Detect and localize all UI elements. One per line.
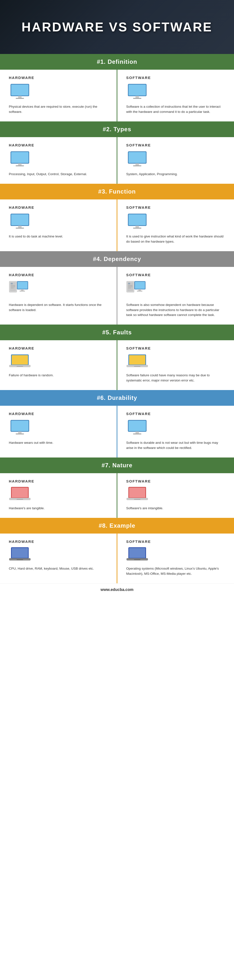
hero-title: HARDWARE VS SOFTWARE xyxy=(22,20,212,34)
section-title-types: #2. Types xyxy=(103,126,131,132)
section-content-nature: HARDWARE Hardware's are tangible.SOFTWAR… xyxy=(0,473,234,518)
svg-rect-39 xyxy=(128,288,131,288)
right-icon-function xyxy=(126,213,148,231)
section-title-nature: #7. Nature xyxy=(101,462,132,469)
svg-rect-37 xyxy=(128,285,133,286)
section-header-definition: #1. Definition xyxy=(0,54,234,70)
col-right-example: SOFTWARE Operating systems (Microsoft wi… xyxy=(117,533,234,583)
left-text-dependency: Hardware is dependent on software. It st… xyxy=(9,302,108,313)
svg-rect-33 xyxy=(20,291,25,291)
svg-rect-23 xyxy=(133,228,141,229)
col-right-faults: SOFTWARE Software failure could have man… xyxy=(117,340,234,390)
svg-rect-26 xyxy=(11,283,13,284)
section-content-dependency: HARDWARE Hardware is dependent on softwa… xyxy=(0,267,234,325)
right-label-nature: SOFTWARE xyxy=(126,479,151,483)
col-left-function: HARDWARE It is used to do task at machin… xyxy=(0,199,117,251)
svg-rect-47 xyxy=(17,366,23,367)
svg-rect-10 xyxy=(18,163,22,165)
section-title-dependency: #4. Dependency xyxy=(93,256,141,262)
footer: www.educba.com xyxy=(0,583,234,596)
right-icon-definition xyxy=(126,83,148,101)
left-label-durability: HARDWARE xyxy=(9,412,34,416)
svg-rect-57 xyxy=(129,421,146,431)
right-icon-durability xyxy=(126,419,148,437)
right-label-definition: SOFTWARE xyxy=(126,76,151,80)
section-title-durability: #6. Durability xyxy=(97,395,137,401)
right-text-durability: Software is durable and is not wear out … xyxy=(126,440,225,451)
svg-rect-55 xyxy=(16,433,24,434)
right-text-faults: Software failure could have many reasons… xyxy=(126,373,225,383)
section-title-faults: #5. Faults xyxy=(102,329,132,336)
section-header-example: #8. Example xyxy=(0,518,234,533)
left-icon-definition xyxy=(9,83,31,101)
svg-rect-36 xyxy=(128,283,130,284)
svg-rect-7 xyxy=(133,98,141,99)
svg-rect-14 xyxy=(136,163,139,165)
left-label-example: HARDWARE xyxy=(9,539,34,544)
svg-rect-65 xyxy=(129,488,145,498)
svg-rect-42 xyxy=(138,289,141,291)
col-right-definition: SOFTWARE Software is a collection of ins… xyxy=(117,70,234,121)
svg-rect-2 xyxy=(18,96,22,98)
right-icon-types xyxy=(126,151,148,168)
svg-rect-22 xyxy=(136,226,139,228)
left-label-types: HARDWARE xyxy=(9,143,34,147)
left-text-types: Processing, Input, Output, Control, Stor… xyxy=(9,172,87,177)
left-text-faults: Failure of hardware is random. xyxy=(9,373,54,378)
svg-rect-17 xyxy=(11,215,28,225)
col-right-durability: SOFTWARE Software is durable and is not … xyxy=(117,406,234,458)
section-content-function: HARDWARE It is used to do task at machin… xyxy=(0,199,234,251)
svg-rect-49 xyxy=(129,355,145,364)
section-header-durability: #6. Durability xyxy=(0,390,234,406)
svg-rect-58 xyxy=(136,431,139,433)
section-content-definition: HARDWARE Physical devices that are requi… xyxy=(0,70,234,121)
svg-rect-13 xyxy=(129,152,146,163)
svg-rect-41 xyxy=(135,282,145,289)
svg-rect-51 xyxy=(134,366,141,367)
col-left-durability: HARDWARE Hardware wears out with time. xyxy=(0,406,117,458)
right-label-dependency: SOFTWARE xyxy=(126,273,151,277)
section-title-function: #3. Function xyxy=(98,188,136,195)
hero-section: HARDWARE VS SOFTWARE xyxy=(0,0,234,54)
svg-rect-9 xyxy=(11,152,28,163)
right-text-example: Operating systems (Microsoft windows, Li… xyxy=(126,566,225,576)
left-text-function: It is used to do task at machine level. xyxy=(9,234,63,239)
svg-rect-11 xyxy=(16,165,24,166)
svg-rect-71 xyxy=(17,559,23,560)
svg-rect-63 xyxy=(17,499,23,500)
right-text-types: System, Application, Programming. xyxy=(126,172,178,177)
svg-rect-15 xyxy=(133,165,141,166)
svg-rect-75 xyxy=(134,559,141,560)
svg-rect-45 xyxy=(12,355,28,364)
col-left-example: HARDWARE CPU, Hard drive, RAM, keyboard,… xyxy=(0,533,117,583)
left-icon-example xyxy=(9,547,31,563)
right-text-nature: Software's are intangible. xyxy=(126,506,163,511)
section-title-definition: #1. Definition xyxy=(97,58,137,65)
left-icon-function xyxy=(9,213,31,231)
left-icon-faults xyxy=(9,354,31,369)
right-icon-dependency xyxy=(126,280,146,299)
footer-url: www.educba.com xyxy=(100,587,134,592)
svg-rect-18 xyxy=(18,226,22,228)
svg-rect-61 xyxy=(12,488,28,498)
section-header-function: #3. Function xyxy=(0,184,234,199)
svg-rect-31 xyxy=(17,282,27,289)
svg-rect-38 xyxy=(128,286,133,287)
left-text-example: CPU, Hard drive, RAM, keyboard, Mouse, U… xyxy=(9,566,94,571)
right-icon-example xyxy=(126,547,148,563)
col-left-definition: HARDWARE Physical devices that are requi… xyxy=(0,70,117,121)
left-icon-durability xyxy=(9,419,31,437)
left-icon-nature xyxy=(9,487,31,503)
col-left-types: HARDWARE Processing, Input, Output, Cont… xyxy=(0,137,117,184)
section-title-example: #8. Example xyxy=(99,522,136,529)
left-label-faults: HARDWARE xyxy=(9,346,34,350)
col-right-function: SOFTWARE It is used to give instruction … xyxy=(117,199,234,251)
right-label-faults: SOFTWARE xyxy=(126,346,151,350)
col-right-dependency: SOFTWARE Software is also somehow depend… xyxy=(117,267,234,325)
svg-rect-6 xyxy=(136,96,139,98)
svg-rect-21 xyxy=(129,215,146,225)
col-left-faults: HARDWARE Failure of hardware is random. xyxy=(0,340,117,390)
left-label-definition: HARDWARE xyxy=(9,76,34,80)
left-text-durability: Hardware wears out with time. xyxy=(9,440,54,445)
right-text-definition: Software is a collection of instructions… xyxy=(126,104,225,115)
